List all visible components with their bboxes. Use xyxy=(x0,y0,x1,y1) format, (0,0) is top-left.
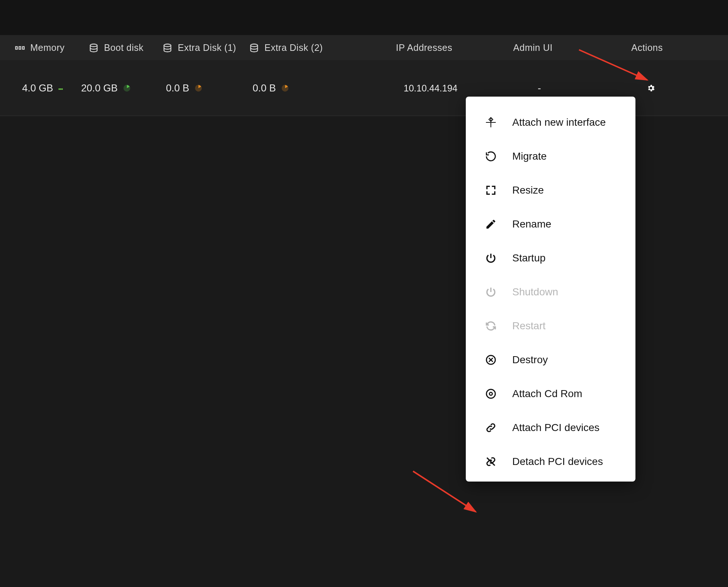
migrate-icon xyxy=(484,150,498,163)
cell-ip: 10.10.44.194 xyxy=(371,83,490,94)
header-ip-label: IP Addresses xyxy=(396,42,453,53)
disk-icon xyxy=(249,43,259,53)
attach-interface-icon xyxy=(484,116,498,129)
top-spacer xyxy=(0,0,728,35)
cell-extra-disk-1: 0.0 B xyxy=(166,83,253,94)
menu-label: Destroy xyxy=(512,354,548,366)
header-extra-disk-1: Extra Disk (1) xyxy=(162,42,249,53)
menu-label: Resize xyxy=(512,184,544,196)
refresh-icon xyxy=(484,319,498,333)
disk-icon xyxy=(162,43,173,53)
gear-icon[interactable] xyxy=(646,84,655,93)
link-icon xyxy=(484,421,498,434)
header-extra1-label: Extra Disk (1) xyxy=(178,42,236,53)
header-actions-label: Actions xyxy=(631,42,663,53)
memory-status-icon: ▪▪▪ xyxy=(58,86,63,92)
header-extra-disk-2: Extra Disk (2) xyxy=(249,42,363,53)
header-boot-label: Boot disk xyxy=(104,42,143,53)
cdrom-icon xyxy=(484,387,498,400)
menu-label: Startup xyxy=(512,252,545,264)
svg-point-5 xyxy=(251,44,258,46)
header-memory: Memory xyxy=(15,42,89,53)
header-actions: Actions xyxy=(581,42,713,53)
menu-label: Attach PCI devices xyxy=(512,422,600,434)
svg-rect-0 xyxy=(15,46,17,49)
power-icon xyxy=(484,285,498,299)
gauge-green-icon xyxy=(123,84,131,92)
actions-menu: Attach new interface Migrate Resize Rena… xyxy=(466,97,635,482)
extra2-value: 0.0 B xyxy=(253,83,276,94)
menu-attach-interface[interactable]: Attach new interface xyxy=(466,105,635,139)
svg-point-3 xyxy=(90,44,97,46)
extra1-value: 0.0 B xyxy=(166,83,189,94)
svg-point-11 xyxy=(489,392,492,395)
header-boot-disk: Boot disk xyxy=(89,42,162,53)
header-extra2-label: Extra Disk (2) xyxy=(264,42,323,53)
cell-actions[interactable] xyxy=(588,84,713,93)
memory-icon xyxy=(15,43,25,53)
menu-attach-pci[interactable]: Attach PCI devices xyxy=(466,411,635,445)
svg-rect-2 xyxy=(22,46,24,49)
menu-rename[interactable]: Rename xyxy=(466,207,635,241)
menu-label: Restart xyxy=(512,320,545,332)
menu-label: Rename xyxy=(512,218,551,230)
unlink-icon xyxy=(484,455,498,468)
menu-label: Attach Cd Rom xyxy=(512,388,582,400)
menu-restart: Restart xyxy=(466,309,635,343)
menu-label: Attach new interface xyxy=(512,117,606,128)
menu-attach-cdrom[interactable]: Attach Cd Rom xyxy=(466,377,635,411)
power-icon xyxy=(484,251,498,265)
svg-rect-1 xyxy=(19,46,21,49)
menu-label: Migrate xyxy=(512,150,547,162)
memory-value: 4.0 GB xyxy=(22,83,53,94)
disk-icon xyxy=(89,43,99,53)
menu-migrate[interactable]: Migrate xyxy=(466,139,635,173)
pencil-icon xyxy=(484,218,498,231)
menu-detach-pci[interactable]: Detach PCI devices xyxy=(466,445,635,479)
cell-boot-disk: 20.0 GB xyxy=(81,83,166,94)
menu-resize[interactable]: Resize xyxy=(466,173,635,207)
header-memory-label: Memory xyxy=(30,42,65,53)
menu-startup[interactable]: Startup xyxy=(466,241,635,275)
destroy-icon xyxy=(484,353,498,367)
cell-extra-disk-2: 0.0 B xyxy=(253,83,371,94)
header-ip: IP Addresses xyxy=(363,42,485,53)
admin-value: - xyxy=(538,83,541,94)
resize-icon xyxy=(484,184,498,197)
boot-value: 20.0 GB xyxy=(81,83,118,94)
header-admin-ui: Admin UI xyxy=(485,42,581,53)
table-header: Memory Boot disk Extra Disk (1) Extra Di… xyxy=(0,35,728,61)
ip-value: 10.10.44.194 xyxy=(404,83,458,94)
cell-admin-ui: - xyxy=(490,83,588,94)
svg-point-10 xyxy=(486,389,495,398)
gauge-orange-icon xyxy=(281,84,289,92)
menu-shutdown: Shutdown xyxy=(466,275,635,309)
menu-label: Detach PCI devices xyxy=(512,456,603,468)
gauge-orange-icon xyxy=(194,84,202,92)
header-admin-label: Admin UI xyxy=(513,42,553,53)
svg-point-4 xyxy=(164,44,171,46)
menu-destroy[interactable]: Destroy xyxy=(466,343,635,377)
cell-memory: 4.0 GB ▪▪▪ xyxy=(15,83,81,94)
menu-label: Shutdown xyxy=(512,286,558,298)
